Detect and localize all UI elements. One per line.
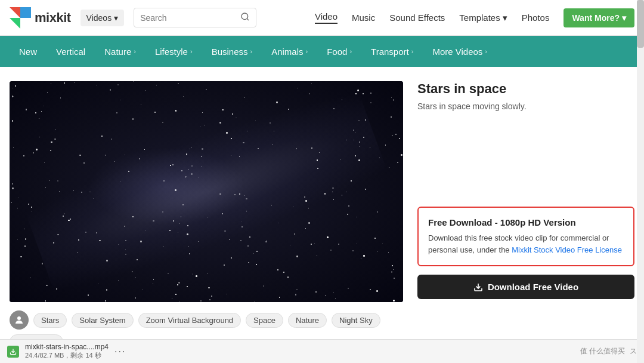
star [333, 292, 334, 293]
download-free-video-button[interactable]: Download Free Video [417, 275, 634, 299]
star [276, 101, 278, 103]
sub-nav-item-lifestyle[interactable]: Lifestyle › [145, 36, 202, 67]
star [370, 93, 371, 94]
star [187, 286, 188, 287]
download-box: Free Download - 1080p HD Version Downloa… [417, 207, 634, 266]
star [211, 296, 212, 297]
sub-nav-item-vertical[interactable]: Vertical [47, 36, 95, 67]
star [132, 216, 134, 217]
star [391, 271, 392, 272]
video-player[interactable] [10, 81, 403, 302]
star [106, 260, 108, 262]
license-link[interactable]: Mixkit Stock Video Free License [512, 245, 622, 254]
star [23, 155, 24, 156]
sub-nav-item-nature[interactable]: Nature › [95, 36, 145, 67]
file-info: mixkit-stars-in-spac....mp4 24.4/82.7 MB… [25, 343, 109, 360]
star [35, 112, 36, 113]
star [55, 130, 55, 130]
star [64, 213, 65, 214]
star [196, 275, 197, 277]
star [401, 154, 402, 156]
star [279, 297, 280, 297]
videos-dropdown-button[interactable]: Videos ▾ [80, 10, 125, 26]
star [135, 297, 137, 299]
tag-space[interactable]: Space [246, 313, 283, 328]
star [304, 196, 305, 198]
star [374, 238, 376, 239]
star [118, 244, 119, 245]
star [333, 199, 334, 199]
star [178, 282, 180, 284]
tag-nature[interactable]: Nature [288, 313, 327, 328]
star [162, 211, 163, 213]
nav-item-music[interactable]: Music [352, 13, 375, 23]
search-button[interactable] [240, 12, 250, 23]
svg-point-3 [242, 13, 248, 20]
svg-line-4 [247, 19, 249, 20]
star [234, 194, 236, 195]
star [377, 211, 377, 212]
star [317, 168, 318, 169]
sub-nav-item-new[interactable]: New [10, 36, 47, 67]
star [330, 250, 332, 251]
star [54, 139, 55, 140]
star [26, 109, 27, 110]
star [266, 240, 267, 241]
nav-item-photos[interactable]: Photos [522, 13, 550, 23]
sub-nav-item-more-videos[interactable]: More Videos › [423, 36, 497, 67]
star [51, 141, 52, 143]
star [226, 132, 228, 134]
star [363, 137, 364, 138]
star [348, 288, 349, 289]
search-bar [134, 8, 256, 27]
scrollbar-thumb[interactable] [637, 0, 644, 48]
star [242, 222, 242, 222]
star [256, 251, 258, 252]
star [226, 294, 227, 294]
tag-zoom-virtual-background[interactable]: Zoom Virtual Background [138, 313, 241, 328]
logo[interactable]: mixkit [10, 7, 71, 29]
star [132, 271, 133, 272]
star [153, 220, 154, 222]
bottom-right-text: 值 什么值得买 [580, 346, 625, 356]
star [283, 272, 285, 273]
more-options-button[interactable]: ··· [114, 346, 126, 357]
sub-nav-item-transport[interactable]: Transport › [361, 36, 423, 67]
star [89, 192, 90, 192]
star [125, 254, 126, 255]
star [258, 148, 259, 149]
star [12, 183, 13, 184]
tag-night-sky[interactable]: Night Sky [332, 313, 380, 328]
want-more-button[interactable]: Want More? ▾ [564, 8, 634, 27]
star [370, 147, 370, 148]
star [78, 252, 78, 253]
star [311, 147, 312, 149]
video-section: Stars Solar System Zoom Virtual Backgrou… [10, 81, 403, 349]
sub-nav-item-food[interactable]: Food › [317, 36, 361, 67]
star [244, 97, 244, 98]
star [13, 88, 13, 88]
star [342, 99, 342, 100]
nav-item-video[interactable]: Video [315, 11, 338, 24]
star [363, 255, 365, 257]
nav-item-templates[interactable]: Templates ▾ [459, 13, 507, 23]
tag-stars[interactable]: Stars [33, 313, 67, 328]
sub-nav-item-animals[interactable]: Animals › [262, 36, 317, 67]
star [143, 290, 143, 290]
star [342, 195, 342, 195]
star [393, 300, 395, 302]
scrollbar-track[interactable] [637, 0, 644, 363]
nav-item-sound-effects[interactable]: Sound Effects [389, 13, 445, 23]
star [263, 285, 264, 286]
star [125, 155, 125, 155]
search-input[interactable] [140, 13, 236, 23]
star [57, 234, 58, 235]
svg-point-5 [17, 316, 21, 320]
tag-solar-system[interactable]: Solar System [72, 313, 133, 328]
star [224, 264, 225, 266]
sub-nav-item-business[interactable]: Business › [202, 36, 262, 67]
star [347, 214, 348, 215]
star [340, 159, 341, 159]
star [232, 113, 233, 115]
star [190, 149, 190, 149]
